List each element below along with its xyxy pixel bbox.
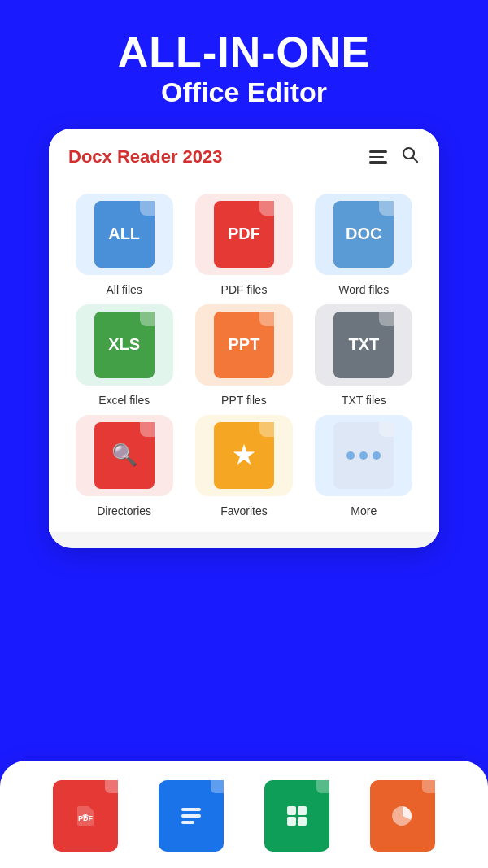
all-icon: ALL	[94, 201, 155, 268]
bottom-pdf[interactable]: PDF	[53, 780, 118, 852]
dir-icon-wrap: 🔍	[76, 415, 173, 496]
grid-item-ppt[interactable]: PPT PPT files	[188, 304, 299, 407]
search-icon[interactable]	[400, 145, 420, 169]
svg-rect-8	[287, 817, 296, 826]
fav-icon: ★	[214, 422, 274, 489]
all-icon-wrap: ALL	[76, 194, 173, 275]
xls-icon: XLS	[94, 312, 155, 378]
logo-black: Docx	[68, 146, 112, 167]
doc-label: Word files	[338, 283, 389, 296]
all-label: All files	[106, 283, 142, 296]
xls-icon-wrap: XLS	[76, 304, 173, 386]
more-icon-wrap	[315, 415, 412, 496]
dot1	[346, 451, 355, 460]
bottom-doc-icon	[159, 780, 224, 852]
bottom-bar: PDF	[0, 761, 488, 868]
bottom-doc[interactable]	[159, 780, 224, 852]
dir-label: Directories	[97, 504, 151, 517]
grid-item-doc[interactable]: DOC Word files	[308, 194, 420, 296]
pdf-icon: PDF	[214, 201, 274, 268]
svg-rect-6	[287, 806, 296, 815]
fav-icon-wrap: ★	[195, 415, 293, 496]
ppt-icon: PPT	[214, 312, 274, 378]
more-icon	[333, 422, 394, 489]
menu-icon[interactable]	[369, 150, 387, 164]
app-bar-icons	[369, 145, 420, 169]
ppt-label: PPT files	[221, 394, 267, 407]
header-title-line1: ALL-IN-ONE	[118, 29, 370, 76]
logo-red: Reader 2023	[112, 146, 223, 167]
svg-rect-7	[298, 806, 307, 815]
svg-rect-5	[181, 821, 194, 824]
svg-rect-4	[181, 814, 201, 818]
more-dots	[346, 451, 381, 460]
file-grid: ALL All files PDF PDF files DOC Word fil…	[49, 179, 439, 532]
svg-rect-9	[298, 817, 307, 826]
dot3	[373, 451, 381, 460]
header-title-line2: Office Editor	[118, 76, 370, 109]
bottom-ppt-icon	[370, 780, 435, 852]
dot2	[359, 451, 368, 460]
bottom-pdf-icon: PDF	[53, 780, 118, 852]
svg-line-1	[413, 157, 418, 162]
phone-card: Docx Reader 2023 ALL All files	[49, 129, 439, 548]
doc-icon-wrap: DOC	[315, 194, 412, 275]
app-logo: Docx Reader 2023	[68, 146, 223, 168]
grid-item-pdf[interactable]: PDF PDF files	[188, 194, 299, 296]
svg-rect-3	[181, 808, 201, 811]
header: ALL-IN-ONE Office Editor	[118, 29, 370, 109]
dir-icon: 🔍	[94, 422, 155, 489]
pdf-label: PDF files	[221, 283, 268, 296]
txt-icon-wrap: TXT	[315, 304, 412, 386]
grid-item-all[interactable]: ALL All files	[68, 194, 180, 296]
doc-icon: DOC	[333, 201, 394, 268]
bottom-ppt[interactable]	[370, 780, 435, 852]
txt-icon: TXT	[333, 312, 394, 378]
grid-item-fav[interactable]: ★ Favorites	[188, 415, 299, 517]
grid-item-more[interactable]: More	[308, 415, 420, 517]
xls-label: Excel files	[98, 394, 150, 407]
grid-item-txt[interactable]: TXT TXT files	[308, 304, 420, 407]
grid-item-dir[interactable]: 🔍 Directories	[68, 415, 180, 517]
ppt-icon-wrap: PPT	[195, 304, 293, 386]
bottom-xls[interactable]	[264, 780, 329, 852]
more-label: More	[351, 504, 377, 517]
fav-label: Favorites	[220, 504, 268, 517]
grid-item-xls[interactable]: XLS Excel files	[68, 304, 180, 407]
bottom-xls-icon	[264, 780, 329, 852]
txt-label: TXT files	[342, 394, 386, 407]
app-bar: Docx Reader 2023	[49, 129, 439, 179]
pdf-icon-wrap: PDF	[195, 194, 293, 275]
